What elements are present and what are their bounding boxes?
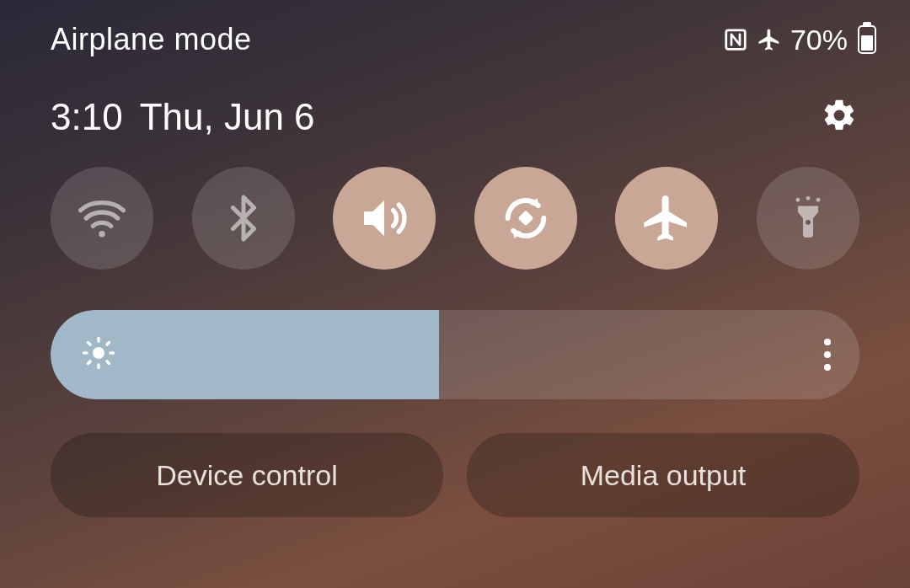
svg-point-1 <box>99 231 104 237</box>
status-bar: Airplane mode 70% <box>0 0 910 62</box>
airplane-icon <box>640 191 693 245</box>
battery-icon <box>858 25 876 54</box>
media-output-button[interactable]: Media output <box>467 433 859 517</box>
date-label: Thu, Jun 6 <box>140 96 315 138</box>
bluetooth-icon <box>218 193 269 243</box>
sound-icon <box>357 191 411 245</box>
svg-rect-2 <box>517 211 533 227</box>
gear-icon <box>821 97 858 137</box>
wifi-toggle[interactable] <box>51 167 153 270</box>
svg-point-6 <box>806 220 811 225</box>
datetime-row: 3:10 Thu, Jun 6 <box>0 62 910 138</box>
battery-percent-label: 70% <box>790 24 848 56</box>
sound-toggle[interactable] <box>333 167 436 270</box>
device-control-label: Device control <box>156 459 337 492</box>
nfc-icon <box>723 27 748 52</box>
media-output-label: Media output <box>581 459 747 492</box>
brightness-slider[interactable] <box>51 310 859 399</box>
svg-line-15 <box>107 343 109 345</box>
auto-rotate-toggle[interactable] <box>474 167 577 270</box>
settings-button[interactable] <box>819 97 859 137</box>
status-title: Airplane mode <box>51 22 252 57</box>
airplane-status-icon <box>757 27 782 52</box>
more-vertical-icon <box>824 339 831 345</box>
time-label: 3:10 <box>51 96 123 138</box>
wifi-icon <box>75 191 129 245</box>
svg-point-3 <box>795 198 800 202</box>
svg-point-5 <box>816 198 821 202</box>
svg-line-14 <box>88 361 90 363</box>
device-control-button[interactable]: Device control <box>51 433 443 517</box>
flashlight-toggle[interactable] <box>757 167 859 270</box>
auto-rotate-icon <box>499 191 553 245</box>
svg-line-12 <box>88 343 90 345</box>
bluetooth-toggle[interactable] <box>192 167 295 270</box>
svg-line-13 <box>107 361 109 363</box>
quick-toggles-row <box>0 138 910 270</box>
brightness-row <box>0 270 910 399</box>
bottom-buttons-row: Device control Media output <box>0 399 910 517</box>
datetime: 3:10 Thu, Jun 6 <box>51 96 315 138</box>
status-indicators: 70% <box>723 24 876 56</box>
svg-point-4 <box>806 196 811 200</box>
battery-fill <box>861 35 873 51</box>
svg-point-7 <box>93 347 104 359</box>
brightness-more-button[interactable] <box>824 339 831 371</box>
brightness-icon <box>81 335 116 374</box>
flashlight-icon <box>784 194 832 243</box>
airplane-mode-toggle[interactable] <box>615 167 718 270</box>
